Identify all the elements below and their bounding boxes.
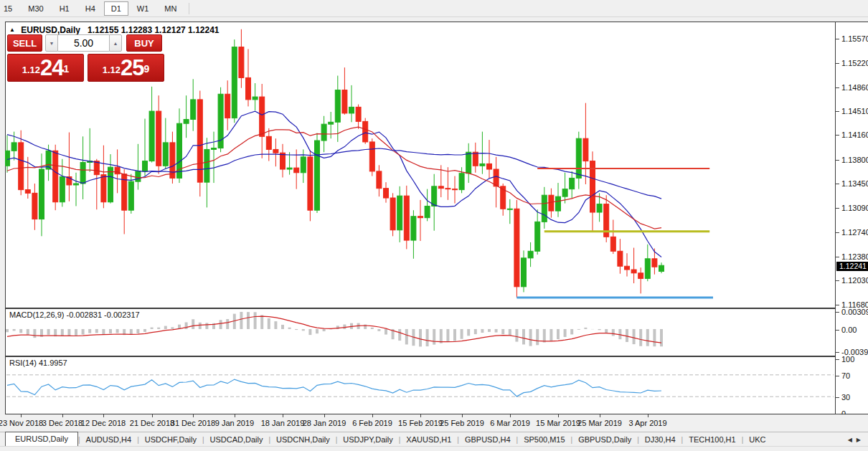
- candle-body: [246, 77, 251, 99]
- timeframe-button-W1[interactable]: W1: [130, 1, 156, 16]
- price-axis[interactable]: 1.155701.152201.148601.145101.141601.138…: [836, 22, 868, 414]
- candle-body: [556, 196, 561, 211]
- date-tick-mark: [372, 414, 373, 417]
- chart-tab-xauusd-h1[interactable]: XAUUSD,H1: [400, 433, 457, 446]
- price-tick-mark: [836, 135, 839, 136]
- candle-body: [342, 90, 347, 113]
- chart-tab-tech100-h1[interactable]: TECH100,H1: [683, 433, 741, 446]
- candle-body: [108, 167, 113, 202]
- timeframe-button-H4[interactable]: H4: [78, 1, 103, 16]
- buy-price-prefix: 1.12: [103, 61, 121, 80]
- date-tick-mark: [21, 414, 22, 417]
- candle-body: [156, 111, 161, 166]
- candle-body: [232, 47, 237, 118]
- sell-price-button[interactable]: 1.12241: [7, 54, 84, 82]
- candle-body: [321, 124, 326, 141]
- chart-tab-usdchf-daily[interactable]: USDCHF,Daily: [139, 433, 202, 446]
- candle-body: [204, 149, 209, 182]
- chart-tab-audusd-h4[interactable]: AUDUSD,H4: [80, 433, 138, 446]
- chart-tab-usdcnh-daily[interactable]: USDCNH,Daily: [270, 433, 336, 446]
- price-tick-mark: [836, 111, 839, 112]
- candle-body: [425, 206, 430, 217]
- price-tick: 1.14510: [841, 107, 868, 115]
- sell-price-sup: 1: [64, 54, 70, 83]
- date-tick-mark: [510, 414, 511, 417]
- candle-body: [294, 168, 299, 173]
- price-tick: 1.12030: [841, 276, 868, 285]
- chart-tab-dj30-h4[interactable]: DJ30,H4: [639, 433, 681, 446]
- macd-signal-line: [7, 316, 661, 343]
- chart-tab-gbpusd-daily[interactable]: GBPUSD,Daily: [572, 433, 637, 446]
- date-tick: 25 Mar 2019: [577, 419, 622, 427]
- candle-body: [638, 273, 643, 279]
- price-tick: 1.13090: [841, 204, 868, 212]
- timeframe-toolbar: 15M30H1H4D1W1MN: [0, 0, 868, 17]
- rsi-tick: 30: [841, 393, 850, 402]
- rsi-label: RSI(14) 41.9957: [9, 359, 67, 367]
- tab-scroll-right-icon[interactable]: ▶: [857, 437, 865, 443]
- price-tick-mark: [836, 305, 839, 305]
- timeframe-button-M30[interactable]: M30: [21, 1, 50, 16]
- candle-body: [514, 209, 519, 287]
- timeframe-button-H1[interactable]: H1: [52, 1, 77, 16]
- timeframe-button-D1[interactable]: D1: [104, 1, 128, 16]
- candle-body: [466, 152, 471, 174]
- date-tick: 25 Feb 2019: [440, 419, 484, 427]
- date-tick: 3 Dec 2018: [42, 419, 82, 427]
- candle-body: [260, 97, 265, 136]
- price-tick: 1.15570: [841, 34, 868, 43]
- date-axis[interactable]: 23 Nov 20183 Dec 201812 Dec 201821 Dec 2…: [5, 414, 868, 432]
- collapse-triangle-icon[interactable]: ▲: [9, 27, 15, 33]
- timeframe-button-15[interactable]: 15: [0, 1, 19, 16]
- candle-body: [163, 143, 168, 166]
- date-tick: 6 Feb 2019: [352, 419, 392, 427]
- date-tick: 9 Jan 2019: [215, 419, 254, 427]
- candle-body: [549, 195, 554, 211]
- price-tick: 1.13450: [841, 179, 868, 188]
- date-tick-mark: [462, 414, 463, 417]
- candle-body: [356, 107, 361, 121]
- candle-body: [625, 266, 630, 270]
- rsi-canvas[interactable]: [5, 356, 835, 414]
- price-tick-mark: [836, 160, 839, 161]
- macd-tick-mark: [836, 312, 839, 313]
- price-tick-mark: [836, 208, 839, 209]
- candle-body: [25, 190, 30, 194]
- candle-body: [610, 237, 615, 251]
- date-tick-mark: [324, 414, 325, 417]
- candle-body: [266, 136, 271, 149]
- timeframe-button-MN[interactable]: MN: [157, 1, 184, 16]
- chart-tab-gbpusd-h4[interactable]: GBPUSD,H4: [459, 433, 516, 446]
- chart-tab-sp500-m15[interactable]: SP500,M15: [518, 433, 570, 446]
- candle-body: [528, 251, 533, 258]
- sell-price-big: 24: [40, 56, 63, 80]
- buy-price-button[interactable]: 1.12259: [88, 54, 164, 82]
- chart-tab-eurusd-daily[interactable]: EURUSD,Daily: [5, 432, 78, 446]
- chart-tab-usdcad-daily[interactable]: USDCAD,Daily: [204, 433, 269, 446]
- candle-body: [583, 138, 588, 161]
- date-tick: 3 Apr 2019: [628, 419, 666, 427]
- date-tick: 21 Dec 2018: [130, 419, 174, 427]
- candle-body: [225, 94, 230, 118]
- buy-button[interactable]: BUY: [126, 34, 162, 52]
- candle-body: [143, 161, 148, 171]
- tab-scroll-left-icon[interactable]: ◀: [848, 437, 857, 443]
- date-tick: 15 Feb 2019: [398, 419, 443, 427]
- candle-body: [404, 196, 409, 240]
- volume-increase-button[interactable]: ▲: [109, 34, 122, 52]
- date-tick: 31 Dec 2018: [171, 419, 215, 427]
- chart-tab-usdjpy-daily[interactable]: USDJPY,Daily: [337, 433, 399, 446]
- candle-body: [597, 204, 602, 212]
- candle-body: [570, 178, 575, 189]
- date-tick-mark: [600, 414, 600, 417]
- candle-body: [390, 198, 395, 230]
- chart-tab-ukc[interactable]: UKC: [743, 433, 771, 446]
- trading-platform-window: 15M30H1H4D1W1MN ▲ EURUSD,Daily 1.12155 1…: [0, 0, 868, 451]
- date-tick-mark: [283, 414, 283, 417]
- one-click-trading-panel: SELL ▼ ▲ BUY 1.12241 1.12259: [7, 34, 165, 82]
- volume-input[interactable]: [58, 34, 109, 52]
- volume-decrease-button[interactable]: ▼: [45, 34, 58, 52]
- sell-button[interactable]: SELL: [7, 34, 42, 52]
- chart-ohlc: 1.12155 1.12283 1.12127 1.12241: [88, 25, 220, 35]
- buy-price-sup: 9: [144, 54, 150, 83]
